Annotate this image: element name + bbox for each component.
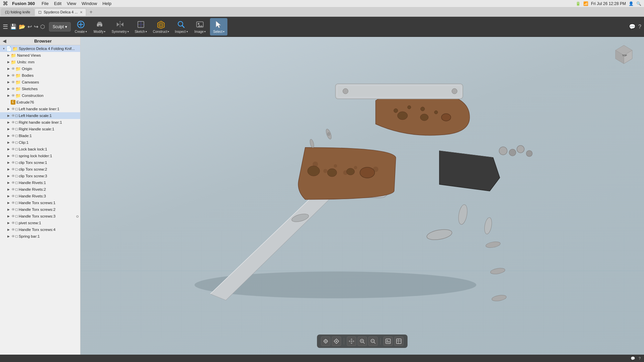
menu-edit[interactable]: Edit	[54, 1, 61, 6]
eye-hts3[interactable]: 👁	[11, 214, 15, 218]
menu-window[interactable]: Window	[82, 1, 97, 6]
sketches-label: Sketches	[22, 87, 79, 91]
tree-cts2[interactable]: ▶ 👁 □ clip Torx screw:2	[0, 166, 80, 173]
select-tool[interactable]: Select▾	[210, 18, 227, 36]
menu-toggle-icon[interactable]: ☰	[3, 23, 8, 31]
eye-origin[interactable]: 👁	[11, 67, 15, 71]
sketch-tool[interactable]: Sketch▾	[132, 18, 150, 36]
zoom-fit-button[interactable]	[358, 337, 367, 346]
new-tab-button[interactable]: +	[87, 9, 95, 15]
eye-rhs[interactable]: 👁	[11, 127, 15, 131]
construct-tool[interactable]: Construct▾	[151, 18, 171, 36]
tree-lhsl[interactable]: ▶ 👁 □ Left handle scale liner:1	[0, 106, 80, 112]
explode-button[interactable]	[332, 337, 341, 346]
tree-cts3[interactable]: ▶ 👁 □ clip Torx screw:3	[0, 173, 80, 179]
tree-named-views[interactable]: ▶ 📁 Named Views	[0, 52, 80, 59]
display-settings-button[interactable]	[383, 337, 393, 346]
tree-hts3[interactable]: ▶ 👁 □ Handle Torx screws:3 ○	[0, 213, 80, 220]
tree-hts2[interactable]: ▶ 👁 □ Handle Torx screws:2	[0, 206, 80, 213]
statusbar-help-icon[interactable]: ?	[639, 356, 641, 361]
zoom-out-button[interactable]	[368, 337, 378, 346]
eye-ps[interactable]: 👁	[11, 221, 15, 225]
tree-construction[interactable]: ▶ 👁 📁 Construction	[0, 92, 80, 99]
tree-hr3[interactable]: ▶ 👁 □ Handle Rivets:3	[0, 193, 80, 199]
tree-sb[interactable]: ▶ 👁 □ Spring bar:1	[0, 233, 80, 240]
sculpt-button[interactable]: Sculpt ▾	[49, 22, 71, 32]
tab-close-button[interactable]: ✕	[80, 10, 83, 14]
pan-button[interactable]	[347, 337, 356, 346]
tree-blade[interactable]: ▶ 👁 □ Blade:1	[0, 132, 80, 139]
eye-hr2[interactable]: 👁	[11, 187, 15, 191]
menu-file[interactable]: File	[42, 1, 49, 6]
user-icon[interactable]: 👤	[629, 1, 634, 6]
eye-canvases[interactable]: 👁	[11, 80, 15, 84]
tree-rhsl[interactable]: ▶ 👁 □ Right handle scale liner:1	[0, 119, 80, 126]
eye-hr3[interactable]: 👁	[11, 194, 15, 198]
search-icon[interactable]: 🔍	[636, 1, 641, 6]
tree-lbl[interactable]: ▶ 👁 □ Lock back lock:1	[0, 146, 80, 153]
tree-ps[interactable]: ▶ 👁 □ pivet screw:1	[0, 220, 80, 226]
tree-hr1[interactable]: ▶ 👁 □ Handle Rivets:1	[0, 179, 80, 186]
eye-hr1[interactable]: 👁	[11, 181, 15, 185]
sidebar-back-button[interactable]: ◀	[3, 38, 6, 44]
eye-construction[interactable]: 👁	[11, 94, 15, 98]
eye-lhs[interactable]: 👁	[11, 114, 15, 118]
redo-icon[interactable]: ↪	[34, 23, 38, 30]
tree-units[interactable]: ▶ 📁 Units: mm	[0, 59, 80, 65]
tree-canvases[interactable]: ▶ 👁 📁 Canvases	[0, 79, 80, 85]
eye-blade[interactable]: 👁	[11, 134, 15, 138]
eye-hts4[interactable]: 👁	[11, 228, 15, 232]
comment-icon[interactable]: 💬	[629, 23, 636, 30]
tree-sketches[interactable]: ▶ 👁 📁 Sketches	[0, 85, 80, 92]
tree-rhs[interactable]: ▶ 👁 □ Right Handle scale:1	[0, 126, 80, 132]
menu-help[interactable]: Help	[102, 1, 111, 6]
eye-rhsl[interactable]: 👁	[11, 120, 15, 124]
tree-hr2[interactable]: ▶ 👁 □ Handle Rivets:2	[0, 186, 80, 193]
grid-settings-button[interactable]	[394, 337, 404, 346]
tree-hts4[interactable]: ▶ 👁 □ Handle Torx screws:4	[0, 226, 80, 233]
menu-view[interactable]: View	[67, 1, 76, 6]
eye-slh[interactable]: 👁	[11, 154, 15, 158]
tree-cts1[interactable]: ▶ 👁 □ clip Torx screw:1	[0, 159, 80, 166]
viewcube[interactable]: TOP	[610, 44, 637, 70]
joint-origin-button[interactable]	[321, 337, 330, 346]
eye-bodies[interactable]: 👁	[11, 73, 15, 77]
eye-clip[interactable]: 👁	[11, 140, 15, 144]
eye-hts2[interactable]: 👁	[11, 207, 15, 212]
save-icon[interactable]: 💾	[10, 23, 17, 30]
eye-lbl[interactable]: 👁	[11, 147, 15, 151]
tab-spyderco[interactable]: ◻ Spyderco Delica 4 ... ✕	[35, 8, 86, 16]
tree-clip[interactable]: ▶ 👁 □ Clip:1	[0, 139, 80, 146]
help-icon[interactable]: ?	[638, 24, 641, 30]
tree-hts1[interactable]: ▶ 👁 □ Handle Torx screws:1	[0, 199, 80, 206]
eye-cts2[interactable]: 👁	[11, 167, 15, 171]
tree-slh[interactable]: ▶ 👁 □ spring lock holder:1	[0, 153, 80, 159]
component-icon[interactable]: ⬡	[40, 23, 45, 30]
expander-hr1: ▶	[6, 181, 11, 184]
eye-lhsl[interactable]: 👁	[11, 107, 15, 111]
symmetry-tool[interactable]: Symmetry▾	[110, 18, 131, 36]
viewport[interactable]: TOP	[80, 37, 644, 355]
create-tool[interactable]: Create▾	[72, 18, 90, 36]
eye-hts1[interactable]: 👁	[11, 201, 15, 205]
undo-icon[interactable]: ↩	[28, 23, 32, 30]
apple-logo[interactable]: ⌘	[3, 0, 8, 7]
eye-sb[interactable]: 👁	[11, 234, 15, 238]
eye-cts3[interactable]: 👁	[11, 174, 15, 178]
eye-sketches[interactable]: 👁	[11, 87, 15, 91]
bodies-icon: 📁	[15, 73, 21, 78]
tree-extrude76[interactable]: ▶ E Extrude76	[0, 99, 80, 106]
sidebar-content[interactable]: ▾ 📄 📁 Spyderco Delica 4 Folding Knif... …	[0, 45, 80, 355]
statusbar-comment-icon[interactable]: 💬	[631, 356, 635, 361]
eye-cts1[interactable]: 👁	[11, 161, 15, 165]
tree-lhs[interactable]: ▶ 👁 □ Left Handle scale:1	[0, 112, 80, 119]
inspect-tool[interactable]: Inspect▾	[172, 18, 190, 36]
tree-root[interactable]: ▾ 📄 📁 Spyderco Delica 4 Folding Knif...	[0, 45, 80, 52]
tree-origin[interactable]: ▶ 👁 📁 Origin	[0, 65, 80, 72]
open-icon[interactable]: 📂	[19, 23, 25, 30]
tree-bodies[interactable]: ▶ 👁 📁 Bodies	[0, 72, 80, 79]
image-tool[interactable]: Image▾	[191, 18, 209, 36]
tab-folding-knife[interactable]: (1) folding knife	[1, 8, 34, 16]
cts1-label: clip Torx screw:1	[19, 161, 79, 165]
modify-tool[interactable]: Modify▾	[91, 18, 108, 36]
